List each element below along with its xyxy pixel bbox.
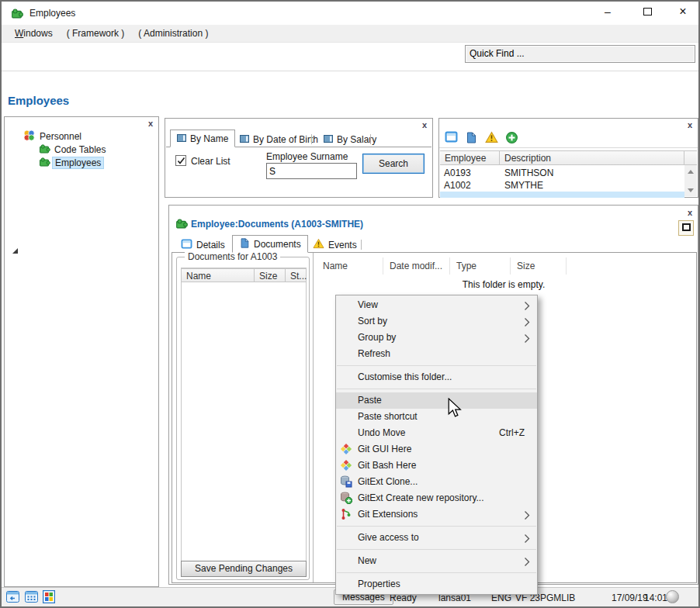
results-toolbar <box>439 129 698 148</box>
navigation-tree-panel: x Personnel Code Tables Employees <box>4 116 159 587</box>
tab-mini-icon <box>324 134 333 145</box>
color-grid-icon[interactable] <box>43 590 55 606</box>
scroll-down-button[interactable] <box>684 184 697 196</box>
details-window-icon[interactable] <box>445 131 458 145</box>
menu-item-label: Give access to <box>358 532 419 543</box>
clear-list-checkbox[interactable] <box>175 155 186 166</box>
menu-item-paste[interactable]: Paste <box>336 392 537 409</box>
column-header-name[interactable]: Name <box>182 269 255 282</box>
table-row[interactable]: A0193 SMITHSON <box>439 167 698 179</box>
cell-employee: A0193 <box>439 167 471 179</box>
close-button[interactable]: × <box>670 2 696 22</box>
maximize-panel-button[interactable] <box>678 220 694 236</box>
search-button[interactable]: Search <box>362 154 425 174</box>
menu-item-git-extensions[interactable]: Git Extensions <box>336 506 537 523</box>
documents-grid: Name Size St... <box>181 268 307 567</box>
document-icon[interactable] <box>465 131 477 147</box>
details-window-icon <box>181 239 192 251</box>
close-panel-icon[interactable]: x <box>688 208 692 217</box>
window-back-icon[interactable] <box>6 591 19 605</box>
menu-item-group-by[interactable]: Group by <box>336 330 537 346</box>
menu-item-label: Group by <box>358 332 396 343</box>
menu-item-sort-by[interactable]: Sort by <box>336 313 537 330</box>
warning-icon[interactable] <box>485 131 498 146</box>
tree-node-code-tables[interactable]: Code Tables <box>54 144 106 155</box>
submenu-arrow-icon <box>524 556 530 572</box>
menu-shortcut: Ctrl+Z <box>499 425 525 441</box>
column-header-type[interactable]: Type <box>450 257 511 275</box>
menu-item-label: Git Extensions <box>358 509 418 520</box>
tab-details[interactable]: Details <box>175 237 231 252</box>
menu-item-undo-move[interactable]: Undo Move Ctrl+Z <box>336 425 537 441</box>
maximize-icon <box>682 223 691 231</box>
menu-item-label: Properties <box>358 579 400 589</box>
checkmark-icon <box>177 157 185 165</box>
tree-node-personnel[interactable]: Personnel <box>40 131 81 142</box>
add-icon[interactable] <box>505 131 518 147</box>
column-header-status[interactable]: St... <box>286 269 306 282</box>
quick-find-box[interactable]: Quick Find ... <box>465 45 695 63</box>
personnel-icon <box>23 129 36 144</box>
menu-item-git-bash-here[interactable]: Git Bash Here <box>336 458 537 474</box>
menu-item-customise-folder[interactable]: Customise this folder... <box>336 369 537 385</box>
window-grid-icon[interactable] <box>25 591 38 605</box>
menu-item-refresh[interactable]: Refresh <box>336 346 537 362</box>
menu-item-git-gui-here[interactable]: Git GUI Here <box>336 441 537 458</box>
tab-separator <box>370 134 371 144</box>
menu-item-label: Customise this folder... <box>358 371 452 382</box>
scroll-up-button[interactable] <box>684 165 697 178</box>
tab-by-salary[interactable]: By Salary <box>317 132 383 147</box>
column-header-employee[interactable]: Employee <box>440 151 500 164</box>
tab-label: By Name <box>190 133 228 144</box>
minimize-button[interactable]: – <box>594 2 621 22</box>
tab-mini-icon <box>177 133 186 144</box>
menu-item-gitext-clone[interactable]: GitExt Clone... <box>336 474 537 490</box>
menu-framework[interactable]: ( Framework ) <box>60 26 132 41</box>
expander-icon[interactable] <box>12 248 18 254</box>
menu-item-gitext-create-repo[interactable]: GitExt Create new repository... <box>336 490 537 506</box>
menu-item-paste-shortcut[interactable]: Paste shortcut <box>336 409 537 425</box>
column-header-size[interactable]: Size <box>255 269 286 282</box>
menu-item-label: GitExt Create new repository... <box>358 492 484 503</box>
cell-employee: A1002 <box>439 179 471 192</box>
menu-separator <box>337 526 536 527</box>
tab-documents[interactable]: Documents <box>232 235 308 253</box>
column-header-size[interactable]: Size <box>511 257 567 275</box>
menu-item-new[interactable]: New <box>336 553 537 569</box>
menu-separator <box>337 389 536 389</box>
close-panel-icon[interactable]: x <box>148 119 153 128</box>
vertical-scrollbar[interactable] <box>684 165 697 196</box>
maximize-button[interactable] <box>634 2 660 22</box>
git-gui-icon <box>340 443 352 455</box>
menu-item-label: Undo Move <box>358 427 405 438</box>
surname-label: Employee Surname <box>266 151 348 162</box>
tab-label: Documents <box>254 239 301 250</box>
menu-item-view[interactable]: View <box>336 297 537 313</box>
menu-item-label: Git Bash Here <box>358 460 416 471</box>
table-row[interactable]: A1002 SMYTHE <box>439 179 698 192</box>
doc-grid-header: Name Size St... <box>182 268 306 282</box>
menu-administration[interactable]: ( Administration ) <box>131 26 215 41</box>
save-pending-changes-button[interactable]: Save Pending Changes <box>181 561 307 577</box>
document-icon <box>239 237 250 251</box>
selected-row-partial[interactable] <box>440 192 684 198</box>
menu-item-give-access-to[interactable]: Give access to <box>336 530 537 546</box>
tab-label: Details <box>196 240 225 250</box>
column-header-name[interactable]: Name <box>317 257 383 275</box>
tree-node-employees-selected[interactable]: Employees <box>52 157 104 169</box>
tab-by-name[interactable]: By Name <box>170 130 235 147</box>
tab-label: By Date of Birth <box>253 134 318 145</box>
column-header-description[interactable]: Description <box>500 151 684 164</box>
surname-input[interactable] <box>266 163 357 179</box>
gitext-clone-icon <box>340 475 352 488</box>
menu-windows[interactable]: Windows <box>8 26 60 41</box>
menu-item-label: Refresh <box>358 348 390 359</box>
menu-item-properties[interactable]: Properties <box>336 576 537 592</box>
gitext-new-repo-icon <box>340 492 352 504</box>
submenu-arrow-icon <box>524 510 530 526</box>
tab-events[interactable]: Events <box>307 237 363 252</box>
column-header-date-modified[interactable]: Date modif... <box>383 257 450 275</box>
context-menu: View Sort by Group by Refresh Customise … <box>335 295 538 595</box>
close-panel-icon[interactable]: x <box>422 120 427 130</box>
title-bar: Employees – × <box>2 2 698 25</box>
